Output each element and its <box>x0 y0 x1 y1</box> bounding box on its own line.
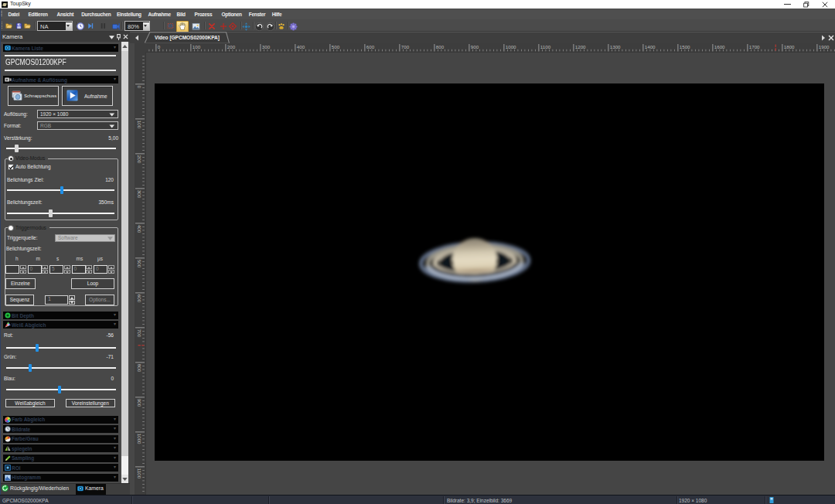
svg-text:600: 600 <box>366 44 375 49</box>
svg-text:800: 800 <box>436 44 445 49</box>
svg-text:1800: 1800 <box>784 44 795 49</box>
svg-text:200: 200 <box>227 44 236 49</box>
svg-text:0: 0 <box>137 86 142 89</box>
svg-text:100: 100 <box>193 44 201 49</box>
svg-text:1000: 1000 <box>506 44 516 49</box>
svg-text:800: 800 <box>137 364 142 373</box>
svg-text:1300: 1300 <box>610 44 621 49</box>
svg-text:1000: 1000 <box>137 434 142 444</box>
svg-text:1900: 1900 <box>819 44 830 49</box>
svg-text:0: 0 <box>158 44 161 49</box>
svg-text:100: 100 <box>137 121 142 129</box>
svg-text:900: 900 <box>471 44 479 49</box>
svg-text:1200: 1200 <box>575 44 586 49</box>
svg-text:1100: 1100 <box>540 44 551 49</box>
svg-text:400: 400 <box>297 44 305 49</box>
svg-text:900: 900 <box>137 399 142 407</box>
svg-text:1700: 1700 <box>749 44 760 49</box>
svg-text:200: 200 <box>137 155 142 164</box>
svg-text:400: 400 <box>137 225 142 233</box>
svg-text:500: 500 <box>332 44 340 49</box>
svg-text:1100: 1100 <box>137 468 142 479</box>
svg-text:1500: 1500 <box>680 44 690 49</box>
svg-text:600: 600 <box>137 295 142 303</box>
svg-text:500: 500 <box>137 260 142 268</box>
svg-text:300: 300 <box>262 44 271 49</box>
svg-text:300: 300 <box>137 190 142 199</box>
svg-text:1400: 1400 <box>645 44 656 49</box>
svg-text:700: 700 <box>137 329 142 338</box>
svg-text:700: 700 <box>401 44 410 49</box>
svg-text:1600: 1600 <box>714 44 725 49</box>
